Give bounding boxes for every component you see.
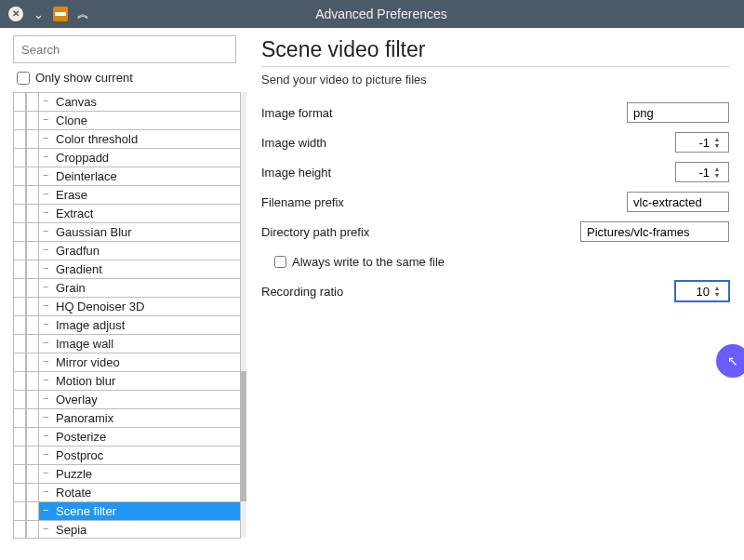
tree-item-label[interactable]: Panoramix (39, 408, 241, 427)
recording-ratio-label: Recording ratio (261, 285, 675, 299)
tree-item[interactable]: Clone (13, 111, 241, 129)
tree-item-label[interactable]: Extract (39, 204, 241, 222)
tree-gutter (26, 167, 39, 185)
recording-ratio-input[interactable] (676, 285, 711, 299)
tree-item-label[interactable]: Gaussian Blur (39, 222, 241, 241)
cursor-indicator: ↖ (716, 344, 744, 378)
tree-item[interactable]: Deinterlace (13, 167, 241, 185)
tree-item-label[interactable]: Image wall (39, 334, 241, 353)
tree-item-label[interactable]: Mirror video (39, 353, 241, 371)
image-format-label: Image format (261, 106, 627, 120)
tree-gutter (26, 260, 39, 278)
sidebar: Only show current CanvasCloneColor thres… (0, 28, 246, 560)
tree-gutter (26, 297, 39, 315)
directory-path-input[interactable] (580, 221, 729, 242)
tree-item-label[interactable]: Motion blur (39, 371, 241, 390)
tree-item-label[interactable]: Gradient (39, 260, 241, 278)
tree-item-label[interactable]: Clone (39, 111, 241, 129)
tree-item-label[interactable]: Posterize (39, 427, 241, 446)
tree-item[interactable]: Posterize (13, 427, 241, 446)
tree-item-label[interactable]: Postproc (39, 446, 241, 464)
tree-item-label[interactable]: Image adjust (39, 315, 241, 334)
tree-item[interactable]: Puzzle (13, 464, 241, 483)
image-width-label: Image width (261, 136, 675, 150)
spin-up-icon[interactable]: ▲ (714, 285, 721, 291)
tree-item-label[interactable]: Deinterlace (39, 167, 241, 185)
only-show-current-checkbox[interactable] (17, 72, 30, 85)
tree-gutter (26, 111, 39, 129)
tree-item-label[interactable]: Erase (39, 185, 241, 204)
tree-gutter (26, 185, 39, 204)
image-width-input[interactable] (676, 136, 711, 150)
tree-gutter (26, 427, 39, 446)
tree-item[interactable]: Erase (13, 185, 241, 204)
tree-item-label[interactable]: Canvas (39, 92, 241, 111)
spin-up-icon[interactable]: ▲ (714, 166, 721, 172)
spin-down-icon[interactable]: ▼ (714, 172, 721, 179)
spin-down-icon[interactable]: ▼ (714, 142, 721, 149)
tree-gutter (13, 315, 26, 334)
tree-item-label[interactable]: Scene filter (39, 501, 241, 520)
tree-item[interactable]: Croppadd (13, 148, 241, 167)
tree-gutter (13, 353, 26, 371)
tree-gutter (13, 111, 26, 129)
tree-item[interactable]: Image wall (13, 334, 241, 353)
tree-gutter (13, 334, 26, 353)
image-width-stepper[interactable]: ▲▼ (675, 132, 729, 153)
spin-up-icon[interactable]: ▲ (714, 136, 721, 142)
recording-ratio-stepper[interactable]: ▲▼ (675, 281, 729, 301)
tree-item[interactable]: HQ Denoiser 3D (13, 297, 241, 315)
tree-item-label[interactable]: Grain (39, 278, 241, 297)
tree-item-label[interactable]: Rotate (39, 483, 241, 501)
filter-tree[interactable]: CanvasCloneColor thresholdCroppaddDeinte… (13, 92, 246, 553)
tree-item[interactable]: Grain (13, 278, 241, 297)
titlebar: ✕ ⌄ ︽ Advanced Preferences (0, 0, 744, 28)
tree-gutter (26, 92, 39, 111)
panel-description: Send your video to picture files (261, 73, 729, 87)
spin-down-icon[interactable]: ▼ (714, 291, 721, 298)
content-panel: Scene video filter Send your video to pi… (246, 28, 744, 560)
tree-item[interactable]: Canvas (13, 92, 241, 111)
tree-gutter (13, 446, 26, 464)
tree-item-label[interactable]: HQ Denoiser 3D (39, 297, 241, 315)
tree-item[interactable]: Color threshold (13, 129, 241, 148)
tree-gutter (26, 353, 39, 371)
always-write-row[interactable]: Always write to the same file (261, 255, 729, 269)
tree-item[interactable]: Rotate (13, 483, 241, 501)
tree-item-label[interactable]: Sepia (39, 520, 241, 539)
tree-item[interactable]: Extract (13, 204, 241, 222)
tree-item[interactable]: Gradfun (13, 241, 241, 260)
tree-item[interactable]: Mirror video (13, 353, 241, 371)
tree-gutter (13, 167, 26, 185)
tree-item[interactable]: Sepia (13, 520, 241, 539)
tree-item[interactable]: Gaussian Blur (13, 222, 241, 241)
tree-item-label[interactable]: Puzzle (39, 464, 241, 483)
chevron-down-icon[interactable]: ⌄ (30, 6, 46, 22)
tree-item[interactable]: Image adjust (13, 315, 241, 334)
image-height-input[interactable] (676, 166, 711, 180)
tree-item[interactable]: Overlay (13, 390, 241, 408)
only-show-current-row[interactable]: Only show current (13, 69, 246, 87)
tree-gutter (13, 501, 26, 520)
tree-item-label[interactable]: Color threshold (39, 129, 241, 148)
tree-item[interactable]: Postproc (13, 446, 241, 464)
image-height-stepper[interactable]: ▲▼ (675, 162, 729, 182)
tree-gutter (13, 278, 26, 297)
image-format-input[interactable] (627, 102, 729, 123)
tree-gutter (13, 464, 26, 483)
chevron-up-icon[interactable]: ︽ (74, 6, 91, 22)
tree-gutter (26, 278, 39, 297)
tree-item-label[interactable]: Croppadd (39, 148, 241, 167)
always-write-checkbox[interactable] (274, 256, 286, 268)
close-button[interactable]: ✕ (7, 6, 24, 22)
tree-item[interactable]: Motion blur (13, 371, 241, 390)
tree-item[interactable]: Panoramix (13, 408, 241, 427)
filename-prefix-input[interactable] (627, 192, 729, 212)
tree-item[interactable]: Gradient (13, 260, 241, 278)
tree-item-label[interactable]: Overlay (39, 390, 241, 408)
tree-item-label[interactable]: Gradfun (39, 241, 241, 260)
search-input[interactable] (13, 35, 236, 63)
tree-gutter (13, 241, 26, 260)
tree-gutter (13, 222, 26, 241)
tree-item[interactable]: Scene filter (13, 501, 241, 520)
